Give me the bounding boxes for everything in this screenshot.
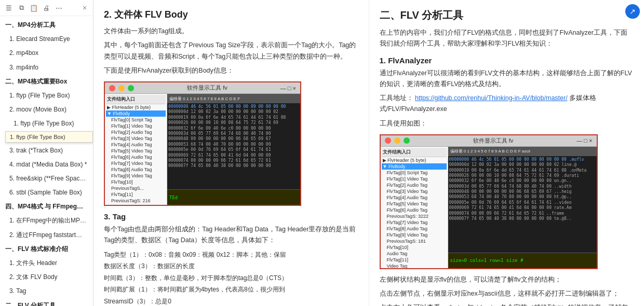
sidebar-item-flv-header[interactable]: 1. 文件头 Header	[0, 256, 93, 270]
hex-line4: 00000026 00 00 00 10 00 08 64 75 72 61 7…	[168, 120, 299, 126]
sidebar-item-mp4-ffmpeg[interactable]: 四、MP4格式 与 FFmpeg实战	[0, 200, 93, 214]
menu-icon[interactable]: ☰	[4, 3, 14, 12]
hex-line5: 00000032 6f 6e 00 40 6e c0 00 00 00 00 0…	[168, 126, 299, 131]
tag-item-datalen: 数据区长度（3）：数据区的长度	[104, 261, 358, 272]
tree-r-tag10[interactable]: FlvTag[9] Video Tag	[382, 232, 447, 238]
sidebar-item-flv-tag[interactable]: 3. Tag	[0, 284, 93, 298]
sidebar-item-free[interactable]: 5. free&skip (**Free Space Box) **	[0, 172, 93, 186]
more-icon[interactable]: ⋯	[54, 3, 63, 12]
left-intro: 文件体由一系列的Tag组成。	[104, 26, 358, 37]
screenshot-title-right: 软件显示工具 fv	[413, 137, 574, 145]
close-btn-icon[interactable]	[109, 85, 115, 91]
hex-line11: 00000074 00 00 00 09 66 72 61 6d 65 72 6…	[168, 158, 299, 163]
tree-tag5[interactable]: FlvTag[5] Video Tag	[106, 148, 166, 154]
screenshot-close-r: — □ ×	[576, 137, 592, 144]
hex-line12: 0000007f 74 65 00 40 38 00 00 00 00 00 0…	[168, 163, 299, 169]
sidebar-item-mdat[interactable]: 4. mdat (*Media Data Box) *	[0, 158, 93, 172]
right-caption1: 左侧树状结构是显示flv的信息，可以清楚了解flv文件的结构；	[380, 274, 634, 285]
sidebar-item-ffmpeg-faststart[interactable]: 2. 通过FFmpeg faststart参数的使用，...	[0, 228, 93, 242]
tree-r-header[interactable]: ▶ FlvHeader (5 byte)	[382, 157, 447, 163]
tool-link[interactable]: https://github.com/renhui/Thinking-in-AV…	[415, 94, 568, 102]
close-button[interactable]: ×	[81, 4, 89, 12]
sidebar-item-flv-body[interactable]: 2. 文体 FLV Body	[0, 270, 93, 284]
max-btn-icon[interactable]	[128, 85, 134, 91]
tree-r-tag8[interactable]: FlvTag[7] Video Tag	[382, 219, 447, 226]
tree-r-tag4[interactable]: FlvTag[4] Audio Tag	[382, 194, 447, 201]
tree-r-tag11[interactable]: PreviousTagS: 181	[382, 238, 447, 244]
hex-r-line11: 00000074 00 00 09 66 72 61 6d 65 72 61 .…	[449, 211, 596, 216]
tag-item-type: Tag类型（1）：0x08：音频 0x09：视频 0x12：脚本；其他：保留	[104, 249, 358, 261]
tree-panel-left: 文件结构入口 ▶ FlvHeader (5 byte) ▼ FlvBody Fl…	[105, 94, 167, 205]
hex-bottom-bar-right: size=0 cols=1 row=1 size #	[448, 253, 597, 268]
tree-r-tag9[interactable]: FlvTag[8] Audio Tag	[382, 226, 447, 232]
hex-r-line10: 00000069 72 61 74 65 00 41 6d 04 00 00 0…	[449, 205, 596, 211]
hex-label-right: 偏移量 0 1 2 3 4 5 6 7 8 9 A B C D E F asci…	[450, 148, 530, 154]
tree-r-tag1[interactable]: FlvTag[1] Video Tag	[382, 176, 447, 182]
tree-r-tag5[interactable]: FlvTag[5] Video Tag	[382, 201, 447, 207]
tree-r-tag3[interactable]: FlvTag[3] Video Tag	[382, 188, 447, 194]
max-btn-icon-r[interactable]	[404, 137, 410, 144]
min-btn-icon-r[interactable]	[394, 137, 400, 144]
tree-r-tag2[interactable]: FlvTag[2] Audio Tag	[382, 182, 447, 188]
tree-tag2[interactable]: FlvTag[2] Audio Tag	[106, 129, 166, 135]
sidebar-item-flv-format[interactable]: 一、FLV 格式标准介绍	[0, 242, 93, 256]
sidebar-item-mp4box[interactable]: 2. mp4box	[0, 46, 93, 60]
tree-r-tag13[interactable]: Audio Tag	[382, 251, 447, 257]
sidebar-item-mp4info[interactable]: 3. mp4info	[0, 61, 93, 75]
flv-screenshot-left: 软件显示工具 fv — □ × 文件结构入口 ▶ FlvHeader (5 by…	[104, 81, 301, 206]
hex-toolbar: 偏移量 0 1 2 3 4 5 6 7 8 9 A B C D E F	[167, 94, 300, 103]
content-right-panel: ↗ 二、FLV 分析工具 在上节的内容中，我们介绍了FLV的格式信息，同时也提到…	[369, 0, 645, 306]
copy-icon[interactable]: ⧉	[17, 3, 26, 12]
share-button[interactable]: ↗	[625, 4, 640, 19]
main-content: 2. 文件体 FLV Body 文件体由一系列的Tag组成。 其中，每个Tag前…	[93, 0, 644, 306]
sidebar-item-ftyp[interactable]: 1. ftyp (File Type Box)	[0, 89, 93, 103]
tree-r-body[interactable]: ▼ FlvBody	[382, 163, 447, 170]
tree-flv-body[interactable]: ▼ FlvBody	[106, 110, 166, 117]
sidebar-item-moov[interactable]: 2. moov (Movie Box)	[0, 103, 93, 117]
tree-tag9[interactable]: FlvTag[9] Video Tag	[106, 173, 166, 179]
tree-r-tag12[interactable]: FlvTag[10]	[382, 244, 447, 251]
tree-tag13[interactable]: PreviousTagS: 216	[106, 198, 166, 204]
sidebar-item-mp4-tools[interactable]: 一、MP4分析工具	[0, 18, 93, 32]
min-btn-icon[interactable]	[118, 85, 125, 91]
tree-r-tag7[interactable]: PreviousTagS: 3222	[382, 213, 447, 219]
tree-tag12[interactable]: FlvTag[11]	[106, 191, 166, 198]
tree-tag7[interactable]: FlvTag[7] Video Tag	[106, 160, 166, 166]
tree-tag10[interactable]: FlvTag[10]	[106, 179, 166, 185]
sidebar-item-mp4-format[interactable]: 二、MP4格式重要Box	[0, 75, 93, 89]
tree-r-tag14[interactable]: FlvTag[11]	[382, 257, 447, 263]
tree-panel-right: 文件结构入口 ▶ FlvHeader (5 byte) ▼ FlvBody Fl…	[381, 147, 448, 268]
sidebar-item-trak[interactable]: 3. trak (*Track Box)	[0, 144, 93, 158]
right-tool-label: 工具地址： https://github.com/renhui/Thinking…	[380, 93, 634, 115]
sidebar-item-stbl[interactable]: 6. stbl (Sample Table Box)	[0, 186, 93, 200]
right-usage-label: 工具使用如图：	[380, 118, 634, 129]
hex-r-line8: 00000053 68 74 00 40 70 80 00 00 00 00 0…	[449, 194, 596, 200]
tree-tag6[interactable]: FlvTag[6] Audio Tag	[106, 154, 166, 160]
sidebar-item-ftyp2[interactable]: 1. ftyp (File Type Box)	[0, 117, 93, 131]
tree-tag14[interactable]: FlvTag[12]	[106, 204, 166, 205]
left-desc1: 其中，每个Tag前面还包含了Previous Tag Size字段，表示前面一个…	[104, 40, 358, 62]
print-icon[interactable]: 🖨	[42, 3, 51, 12]
sidebar-item-elecard[interactable]: 1. Elecard StreamEye	[0, 32, 93, 46]
tag-intro: 每个Tag由也是由两部分组成的：Tag Header和Tag Data，Tag …	[104, 224, 358, 246]
tree-r-tag0[interactable]: FlvTag[0] Script Tag	[382, 170, 447, 176]
sidebar-item-flv-tools[interactable]: 二、FLV 分析工具	[0, 299, 93, 306]
hex-output-right: size=0 cols=1 row=1 size #	[450, 258, 524, 263]
tree-tag4[interactable]: FlvTag[4] Audio Tag	[106, 142, 166, 148]
close-btn-icon-r[interactable]	[385, 137, 391, 144]
tree-r-tag15[interactable]: Video Tag	[382, 263, 447, 268]
tree-tag8[interactable]: FlvTag[8] Audio Tag	[106, 166, 166, 173]
sidebar-item-ffmpeg-demux[interactable]: 1. 在FFmpeg中的输出MP4的Demuxe...	[0, 214, 93, 228]
left-desc2: 下面是使用FlvAnalyzer获取到的Body信息：	[104, 65, 358, 76]
tree-tag0[interactable]: FlvTag[0] Script Tag	[106, 117, 166, 123]
hex-r-line1: 00000000 46 4c 56 01 05 00 00 00 09 00 0…	[449, 157, 596, 162]
tree-tag3[interactable]: FlvTag[3] Video Tag	[106, 135, 166, 142]
tree-tag1[interactable]: FlvTag[1] Video Tag	[106, 123, 166, 129]
tree-flv-header[interactable]: ▶ FlvHeader (5 byte)	[106, 104, 166, 110]
paste-icon[interactable]: 📋	[29, 3, 38, 12]
right-sub1-title: 1. FlvAnalyzer	[380, 56, 634, 65]
tree-r-tag6[interactable]: FlvTag[6] Audio Tag	[382, 207, 447, 213]
tree-tag11[interactable]: PreviousTagS...	[106, 185, 166, 191]
hex-r-line9: 0000005e 00 0d 76 69 64 65 6f 64 61 74 6…	[449, 200, 596, 205]
screenshot-titlebar-left: 软件显示工具 fv — □ ×	[105, 82, 300, 94]
